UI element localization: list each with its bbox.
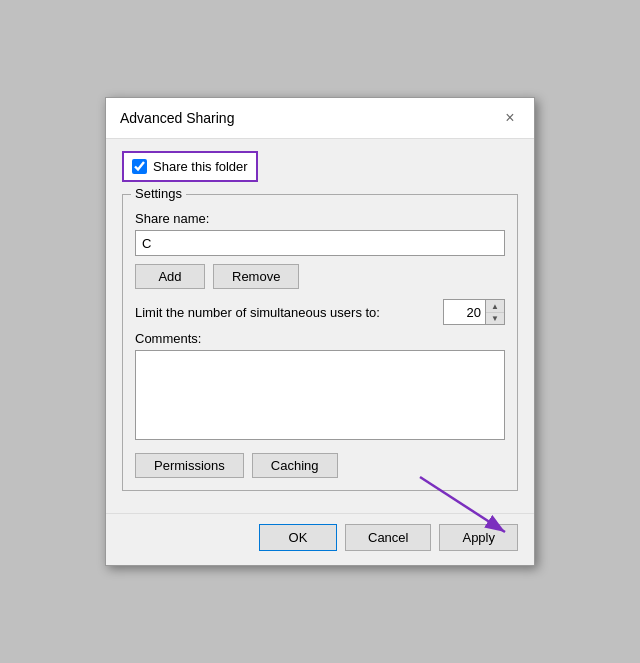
share-name-label: Share name: (135, 211, 505, 226)
spinner-up-button[interactable]: ▲ (486, 300, 504, 312)
caching-button[interactable]: Caching (252, 453, 338, 478)
user-limit-spinner: ▲ ▼ (443, 299, 505, 325)
comments-textarea[interactable] (135, 350, 505, 440)
dialog-title: Advanced Sharing (120, 110, 234, 126)
advanced-sharing-dialog: Advanced Sharing × Share this folder Set… (105, 97, 535, 566)
dialog-footer: OK Cancel Apply (106, 513, 534, 565)
close-button[interactable]: × (498, 106, 522, 130)
settings-legend: Settings (131, 186, 186, 201)
share-folder-row: Share this folder (122, 151, 258, 182)
add-remove-row: Add Remove (135, 264, 505, 289)
title-bar: Advanced Sharing × (106, 98, 534, 139)
remove-button[interactable]: Remove (213, 264, 299, 289)
cancel-button[interactable]: Cancel (345, 524, 431, 551)
apply-button[interactable]: Apply (439, 524, 518, 551)
limit-label: Limit the number of simultaneous users t… (135, 305, 435, 320)
share-name-input[interactable] (135, 230, 505, 256)
ok-button[interactable]: OK (259, 524, 337, 551)
spinner-buttons: ▲ ▼ (486, 300, 504, 324)
share-folder-checkbox[interactable] (132, 159, 147, 174)
limit-row: Limit the number of simultaneous users t… (135, 299, 505, 325)
add-button[interactable]: Add (135, 264, 205, 289)
spinner-down-button[interactable]: ▼ (486, 312, 504, 324)
user-limit-input[interactable] (444, 300, 486, 324)
dialog-body: Share this folder Settings Share name: A… (106, 139, 534, 513)
comments-label: Comments: (135, 331, 505, 346)
permissions-button[interactable]: Permissions (135, 453, 244, 478)
share-folder-label[interactable]: Share this folder (153, 159, 248, 174)
permissions-caching-row: Permissions Caching (135, 453, 505, 478)
settings-group: Settings Share name: Add Remove Limit th… (122, 194, 518, 491)
